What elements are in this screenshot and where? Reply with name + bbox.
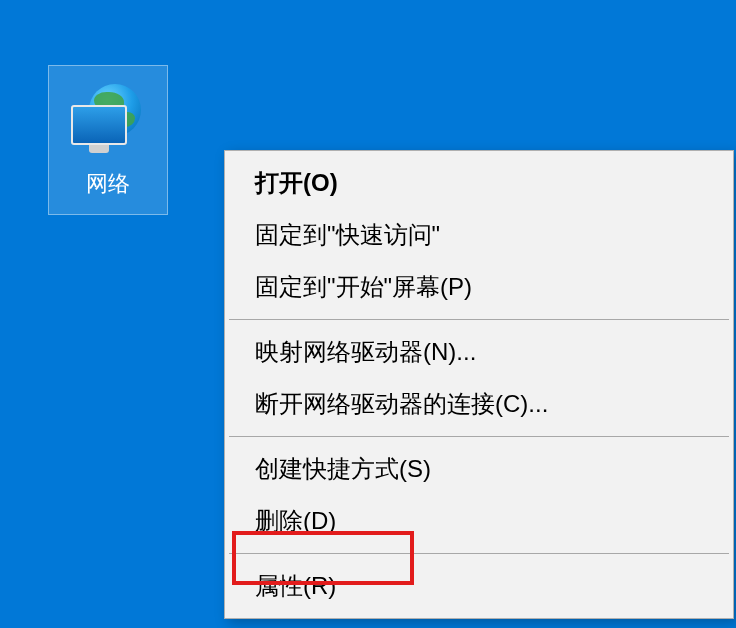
menu-item-map-drive[interactable]: 映射网络驱动器(N)...: [225, 326, 733, 378]
menu-item-create-shortcut[interactable]: 创建快捷方式(S): [225, 443, 733, 495]
menu-item-properties[interactable]: 属性(R): [225, 560, 733, 612]
menu-divider: [229, 436, 729, 437]
menu-item-disconnect-drive[interactable]: 断开网络驱动器的连接(C)...: [225, 378, 733, 430]
menu-item-pin-quick-access[interactable]: 固定到"快速访问": [225, 209, 733, 261]
menu-divider: [229, 553, 729, 554]
context-menu: 打开(O) 固定到"快速访问" 固定到"开始"屏幕(P) 映射网络驱动器(N).…: [224, 150, 734, 619]
desktop-icon-network[interactable]: 网络: [48, 65, 168, 215]
network-icon: [71, 82, 146, 157]
menu-item-delete[interactable]: 删除(D): [225, 495, 733, 547]
menu-item-open[interactable]: 打开(O): [225, 157, 733, 209]
desktop-icon-label: 网络: [86, 169, 130, 199]
menu-item-pin-start[interactable]: 固定到"开始"屏幕(P): [225, 261, 733, 313]
menu-divider: [229, 319, 729, 320]
